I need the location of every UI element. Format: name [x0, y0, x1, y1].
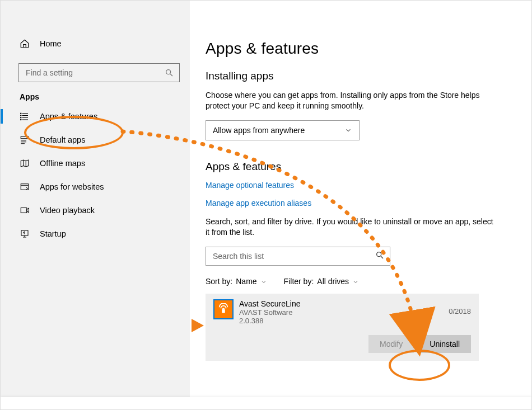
home-label: Home	[40, 39, 62, 48]
map-icon	[20, 158, 30, 168]
video-icon	[20, 205, 30, 215]
app-list-search[interactable]	[206, 247, 390, 266]
app-list-search-input[interactable]	[212, 251, 375, 261]
sidebar-item-default-apps[interactable]: Default apps	[1, 128, 190, 152]
sidebar-item-video-playback[interactable]: Video playback	[1, 199, 190, 222]
sidebar-item-offline-maps[interactable]: Offline maps	[1, 152, 190, 175]
filter-by-label: Filter by:	[284, 277, 314, 286]
sidebar-search	[18, 63, 180, 82]
link-manage-optional-features[interactable]: Manage optional features	[206, 181, 516, 190]
sort-filter-row: Sort by: Name Filter by: All drives	[206, 277, 516, 286]
app-version: 2.0.388	[239, 317, 300, 325]
app-source-value: Allow apps from anywhere	[213, 126, 305, 135]
sidebar-label: Video playback	[40, 206, 95, 215]
svg-rect-10	[21, 136, 29, 139]
settings-window: Settings Home Apps Apps & features	[0, 0, 532, 410]
search-box[interactable]	[18, 63, 180, 82]
svg-rect-26	[223, 308, 225, 310]
sidebar-category: Apps	[20, 92, 190, 101]
filter-desc: Search, sort, and filter by drive. If yo…	[206, 216, 497, 238]
search-icon	[375, 251, 384, 261]
sidebar-label: Offline maps	[40, 159, 85, 168]
app-install-date: 0/2018	[449, 307, 471, 315]
websites-icon	[20, 182, 30, 192]
app-icon-avast	[213, 299, 234, 319]
startup-icon	[20, 229, 30, 239]
installing-apps-desc: Choose where you can get apps from. Inst…	[206, 90, 497, 111]
svg-point-6	[21, 113, 22, 114]
sidebar-label: Startup	[40, 229, 66, 238]
filter-by-value: All drives	[317, 277, 349, 286]
svg-point-9	[21, 119, 22, 120]
svg-point-8	[21, 117, 22, 119]
defaults-icon	[20, 135, 30, 145]
home-icon	[20, 39, 30, 49]
svg-marker-19	[27, 208, 29, 213]
sidebar-item-home[interactable]: Home	[1, 34, 190, 53]
sidebar-item-apps-features[interactable]: Apps & features	[1, 105, 190, 128]
chevron-down-icon	[344, 126, 352, 134]
filter-by-control[interactable]: Filter by: All drives	[284, 277, 359, 286]
link-manage-execution-aliases[interactable]: Manage app execution aliases	[206, 199, 516, 208]
svg-rect-20	[21, 230, 28, 235]
app-source-dropdown[interactable]: Allow apps from anywhere	[206, 120, 360, 140]
svg-line-1	[170, 74, 172, 76]
installing-apps-header: Installing apps	[206, 70, 516, 82]
search-input[interactable]	[25, 68, 165, 78]
svg-point-7	[21, 115, 22, 116]
sidebar: Home Apps Apps & features Default apps	[1, 1, 190, 409]
sidebar-item-apps-websites[interactable]: Apps for websites	[1, 175, 190, 199]
sidebar-label: Default apps	[40, 135, 85, 144]
app-name: Avast SecureLine	[239, 299, 300, 308]
page-title: Apps & features	[206, 40, 516, 58]
sidebar-item-startup[interactable]: Startup	[1, 222, 190, 246]
svg-point-0	[166, 70, 171, 74]
list-icon	[20, 111, 30, 121]
apps-features-subheader: Apps & features	[206, 161, 516, 173]
uninstall-button[interactable]: Uninstall	[418, 335, 471, 353]
app-list-item[interactable]: Avast SecureLine AVAST Software 2.0.388 …	[206, 294, 479, 361]
svg-rect-18	[21, 208, 27, 213]
app-publisher: AVAST Software	[239, 308, 300, 317]
svg-line-24	[381, 256, 383, 258]
sidebar-label: Apps for websites	[40, 182, 104, 191]
sort-by-value: Name	[236, 277, 256, 286]
sort-by-control[interactable]: Sort by: Name	[206, 277, 267, 286]
chevron-down-icon	[352, 278, 359, 285]
modify-button: Modify	[368, 335, 414, 353]
sidebar-label: Apps & features	[40, 112, 97, 121]
svg-point-23	[377, 252, 381, 257]
sort-by-label: Sort by:	[206, 277, 232, 286]
search-icon	[165, 68, 174, 77]
chevron-down-icon	[260, 278, 267, 285]
main-content: Apps & features Installing apps Choose w…	[190, 1, 531, 409]
